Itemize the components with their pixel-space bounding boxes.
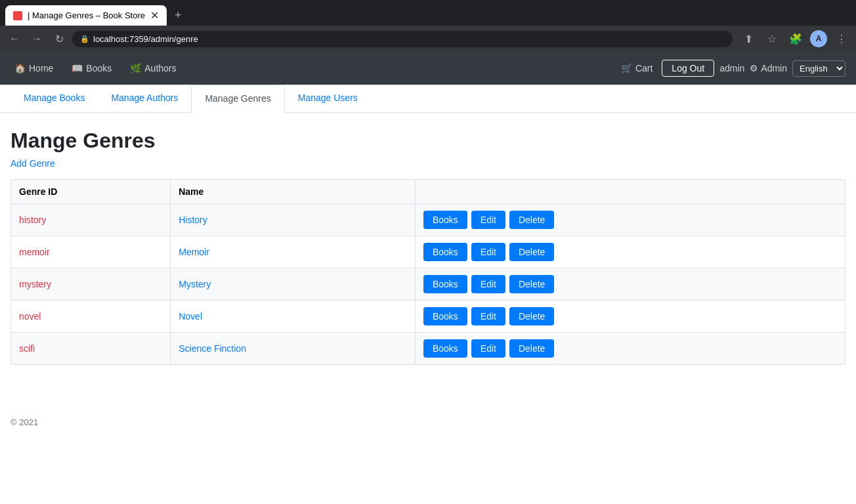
- genre-actions-cell: BooksEditDelete: [415, 204, 845, 236]
- browser-chrome: | Manage Genres – Book Store ✕ + ← → ↻ 🔒…: [0, 0, 856, 52]
- edit-button[interactable]: Edit: [471, 307, 505, 326]
- nav-authors-label: Authors: [144, 63, 176, 74]
- genre-id-cell: mystery: [11, 268, 171, 301]
- nav-home-label: Home: [29, 63, 53, 74]
- extensions-icon[interactable]: 🧩: [786, 30, 805, 48]
- url-text: localhost:7359/admin/genre: [93, 34, 198, 44]
- nav-cart[interactable]: 🛒 Cart: [617, 60, 656, 76]
- genre-name-cell: Novel: [171, 301, 416, 333]
- genre-actions-cell: BooksEditDelete: [415, 268, 845, 301]
- app-navbar: 🏠 Home 📖 Books 🌿 Authors 🛒 Cart Log Out …: [0, 52, 856, 85]
- tab-manage-books[interactable]: Manage Books: [11, 85, 98, 113]
- col-actions: [415, 180, 845, 204]
- footer-copyright: © 2021: [11, 417, 38, 427]
- tab-manage-genres[interactable]: Manage Genres: [191, 85, 284, 113]
- genre-id-cell: novel: [11, 301, 171, 333]
- genre-name-cell: Science Finction: [171, 333, 416, 365]
- books-icon: 📖: [72, 63, 83, 74]
- col-name: Name: [171, 180, 416, 204]
- admin-settings-label: Admin: [761, 63, 787, 74]
- address-bar[interactable]: 🔒 localhost:7359/admin/genre: [72, 31, 733, 47]
- table-row: scifiScience FinctionBooksEditDelete: [11, 333, 845, 365]
- tab-close-button[interactable]: ✕: [150, 9, 159, 22]
- authors-icon: 🌿: [130, 63, 141, 74]
- genre-actions-cell: BooksEditDelete: [415, 236, 845, 268]
- page-title: Mange Genres: [11, 129, 845, 153]
- nav-home[interactable]: 🏠 Home: [11, 60, 57, 76]
- nav-cart-label: Cart: [635, 63, 653, 74]
- nav-authors[interactable]: 🌿 Authors: [126, 60, 180, 76]
- add-genre-link[interactable]: Add Genre: [11, 158, 55, 169]
- browser-controls: ← → ↻ 🔒 localhost:7359/admin/genre ⬆ ☆ 🧩…: [0, 26, 856, 52]
- browser-toolbar-icons: ⬆ ☆ 🧩 A ⋮: [739, 30, 851, 48]
- forward-button[interactable]: →: [28, 30, 46, 48]
- app-footer: © 2021: [0, 407, 856, 438]
- delete-button[interactable]: Delete: [509, 307, 554, 326]
- table-header: Genre ID Name: [11, 180, 845, 204]
- new-tab-button[interactable]: +: [169, 6, 187, 25]
- admin-settings-link[interactable]: ⚙ Admin: [750, 63, 787, 74]
- table-row: mysteryMysteryBooksEditDelete: [11, 268, 845, 301]
- table-row: memoirMemoirBooksEditDelete: [11, 236, 845, 268]
- books-button[interactable]: Books: [423, 243, 467, 261]
- genre-name-cell: History: [171, 204, 416, 236]
- tab-manage-authors[interactable]: Manage Authors: [98, 85, 191, 113]
- books-button[interactable]: Books: [423, 211, 467, 229]
- browser-active-tab[interactable]: | Manage Genres – Book Store ✕: [5, 5, 167, 26]
- main-content: Mange Genres Add Genre Genre ID Name his…: [0, 113, 856, 381]
- bookmark-icon[interactable]: ☆: [763, 30, 781, 48]
- table-row: historyHistoryBooksEditDelete: [11, 204, 845, 236]
- genre-table-body: historyHistoryBooksEditDeletememoirMemoi…: [11, 204, 845, 365]
- tab-title: | Manage Genres – Book Store: [28, 10, 145, 20]
- books-button[interactable]: Books: [423, 339, 467, 358]
- share-icon[interactable]: ⬆: [739, 30, 758, 48]
- table-row: novelNovelBooksEditDelete: [11, 301, 845, 333]
- admin-username: admin: [719, 63, 744, 74]
- books-button[interactable]: Books: [423, 275, 467, 293]
- genre-actions-cell: BooksEditDelete: [415, 301, 845, 333]
- edit-button[interactable]: Edit: [471, 211, 505, 229]
- gear-icon: ⚙: [750, 63, 758, 74]
- nav-right: 🛒 Cart Log Out admin ⚙ Admin English Spa…: [617, 60, 845, 77]
- books-button[interactable]: Books: [423, 307, 467, 326]
- nav-books-label: Books: [86, 63, 112, 74]
- edit-button[interactable]: Edit: [471, 339, 505, 358]
- back-button[interactable]: ←: [5, 30, 24, 48]
- profile-avatar[interactable]: A: [810, 30, 827, 47]
- home-icon: 🏠: [14, 63, 26, 74]
- delete-button[interactable]: Delete: [509, 339, 554, 358]
- nav-books[interactable]: 📖 Books: [68, 60, 116, 76]
- delete-button[interactable]: Delete: [509, 211, 554, 229]
- language-select[interactable]: English Spanish French: [792, 60, 845, 77]
- lock-icon: 🔒: [80, 35, 89, 43]
- genre-id-cell: memoir: [11, 236, 171, 268]
- genre-table: Genre ID Name historyHistoryBooksEditDel…: [11, 179, 845, 365]
- genre-name-cell: Memoir: [171, 236, 416, 268]
- genre-name-cell: Mystery: [171, 268, 416, 301]
- app-tabs: Manage Books Manage Authors Manage Genre…: [0, 85, 856, 113]
- col-genre-id: Genre ID: [11, 180, 171, 204]
- tab-manage-users[interactable]: Manage Users: [285, 85, 371, 113]
- table-header-row: Genre ID Name: [11, 180, 845, 204]
- delete-button[interactable]: Delete: [509, 243, 554, 261]
- genre-id-cell: history: [11, 204, 171, 236]
- genre-id-cell: scifi: [11, 333, 171, 365]
- edit-button[interactable]: Edit: [471, 275, 505, 293]
- menu-icon[interactable]: ⋮: [832, 30, 851, 48]
- cart-icon: 🛒: [621, 63, 632, 74]
- genre-actions-cell: BooksEditDelete: [415, 333, 845, 365]
- tab-favicon: [13, 11, 22, 20]
- browser-tab-bar: | Manage Genres – Book Store ✕ +: [0, 0, 856, 26]
- logout-button[interactable]: Log Out: [662, 60, 714, 77]
- reload-button[interactable]: ↻: [50, 30, 68, 48]
- delete-button[interactable]: Delete: [509, 275, 554, 293]
- edit-button[interactable]: Edit: [471, 243, 505, 261]
